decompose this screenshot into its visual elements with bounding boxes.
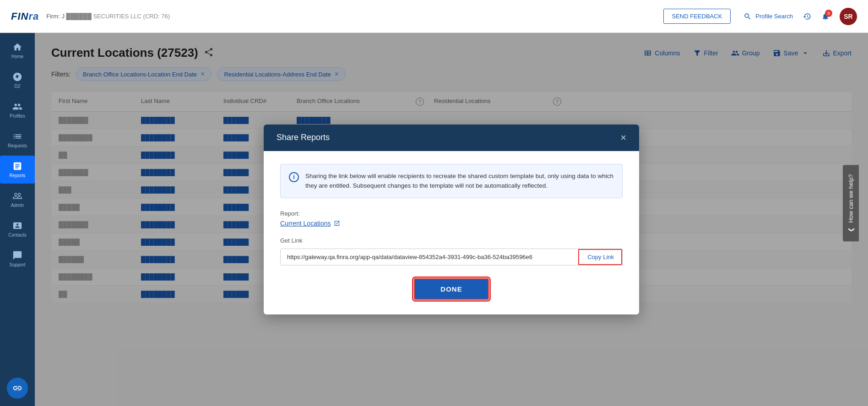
sidebar-admin-label: Admin	[11, 203, 24, 208]
profile-search-group[interactable]: Profile Search	[743, 12, 793, 21]
sidebar-item-support[interactable]: Support	[0, 245, 35, 273]
main-content: Current Locations (27523) Columns Filter…	[35, 33, 868, 406]
user-avatar[interactable]: SR	[840, 8, 857, 25]
help-tab-arrow: ❮	[847, 227, 854, 232]
sidebar-home-label: Home	[11, 54, 24, 59]
sidebar-requests-label: Requests	[8, 143, 27, 148]
sidebar-support-label: Support	[9, 262, 25, 267]
profiles-icon	[12, 102, 22, 112]
modal-report-link[interactable]: Current Locations	[280, 220, 623, 227]
history-icon	[803, 12, 811, 21]
search-icon	[743, 12, 752, 21]
sidebar-item-profiles[interactable]: Profiles	[0, 96, 35, 124]
share-reports-modal: Share Reports × i Sharing the link below…	[264, 125, 639, 315]
sidebar-link-icon[interactable]	[7, 378, 28, 399]
external-link-icon	[334, 220, 340, 227]
modal-body: i Sharing the link below will enable rec…	[264, 151, 639, 315]
nav-icons: Profile Search 9 SR	[743, 8, 857, 25]
modal-overlay: Share Reports × i Sharing the link below…	[35, 33, 868, 406]
firm-name: Firm: J ██████ SECURITIES LLC (CRD: 76)	[46, 13, 170, 20]
sidebar-item-admin[interactable]: Admin	[0, 185, 35, 213]
help-tab[interactable]: ❮ How can we help?	[843, 165, 859, 241]
sidebar-item-home[interactable]: Home	[0, 37, 35, 65]
link-icon	[12, 383, 22, 393]
sidebar-item-d2[interactable]: D2	[0, 66, 35, 94]
info-icon: i	[289, 172, 299, 182]
support-icon	[12, 250, 22, 260]
admin-icon	[12, 191, 22, 201]
notification-badge: 9	[825, 10, 832, 17]
reports-icon	[12, 161, 22, 171]
modal-report-label: Report:	[280, 210, 623, 217]
get-link-label: Get Link	[280, 237, 623, 244]
modal-info-box: i Sharing the link below will enable rec…	[280, 164, 623, 199]
modal-close-button[interactable]: ×	[620, 133, 626, 143]
home-icon	[12, 42, 22, 52]
sidebar: Home D2 Profiles Requests Reports Admin …	[0, 33, 35, 406]
contacts-icon	[12, 221, 22, 231]
link-input-field[interactable]	[281, 249, 578, 265]
help-tab-label: How can we help?	[847, 174, 854, 222]
sidebar-item-reports[interactable]: Reports	[0, 156, 35, 184]
send-feedback-button[interactable]: SEND FEEDBACK	[663, 9, 731, 24]
modal-title: Share Reports	[277, 133, 330, 142]
link-input-row: Copy Link	[280, 249, 623, 265]
modal-info-text: Sharing the link below will enable recip…	[305, 172, 614, 191]
history-icon-group[interactable]	[803, 12, 811, 21]
modal-header: Share Reports ×	[264, 125, 639, 151]
d2-icon	[12, 72, 22, 82]
sidebar-d2-label: D2	[15, 84, 21, 89]
finra-logo: FINra	[11, 11, 39, 22]
sidebar-item-requests[interactable]: Requests	[0, 126, 35, 154]
sidebar-reports-label: Reports	[9, 173, 25, 178]
sidebar-item-contacts[interactable]: Contacts	[0, 215, 35, 243]
top-nav: FINra Firm: J ██████ SECURITIES LLC (CRD…	[0, 0, 868, 33]
done-button[interactable]: DONE	[414, 278, 488, 300]
requests-icon	[12, 131, 22, 141]
layout: Home D2 Profiles Requests Reports Admin …	[0, 33, 868, 406]
notification-bell-group[interactable]: 9	[821, 12, 830, 21]
copy-link-button[interactable]: Copy Link	[578, 249, 622, 265]
sidebar-contacts-label: Contacts	[8, 233, 26, 238]
sidebar-profiles-label: Profiles	[10, 114, 25, 119]
profile-search-label: Profile Search	[755, 13, 793, 20]
